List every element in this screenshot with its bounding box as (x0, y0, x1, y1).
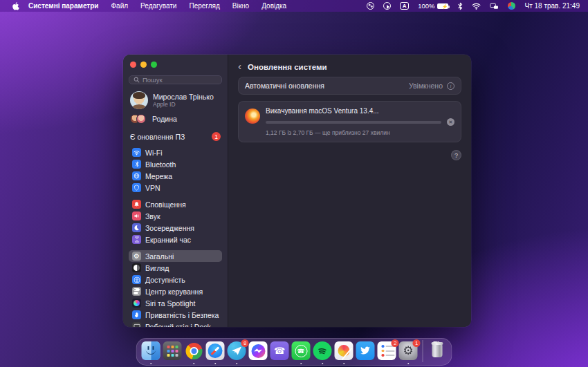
dock-item-launchpad[interactable] (163, 341, 182, 360)
desktop-dock-icon (132, 322, 141, 327)
dock-item-pixelmator[interactable] (335, 341, 353, 360)
progress-bar (266, 121, 441, 124)
sidebar-item-label: VPN (145, 184, 160, 192)
sidebar-item-focus[interactable]: Зосередження (129, 222, 222, 234)
sidebar-item-general[interactable]: ⚙ Загальні (129, 250, 222, 262)
minimize-window-button[interactable] (140, 62, 147, 68)
pixelmator-icon (335, 341, 353, 360)
dock-item-safari[interactable] (206, 341, 225, 360)
sidebar-item-accessibility[interactable]: Доступність (129, 274, 222, 285)
dock-item-twitter[interactable] (356, 341, 375, 360)
sidebar-item-label: Загальні (145, 252, 174, 261)
content-pane: ‹ Оновлення системи Автоматичні оновленн… (228, 55, 471, 327)
software-update-label: Є оновлення ПЗ (130, 133, 185, 141)
reminders-badge: 2 (392, 339, 399, 347)
menu-bar-clock[interactable]: Чт 18 трав. 21:49 (524, 2, 580, 10)
wifi-icon[interactable] (472, 3, 481, 10)
info-icon[interactable]: i (447, 82, 454, 90)
telegram-badge: 8 (241, 339, 249, 347)
system-settings-window: Мирослав Трінько Apple ID Родина Є оновл… (123, 55, 471, 327)
search-input[interactable] (143, 76, 217, 84)
sidebar-item-control-center[interactable]: Центр керування (129, 285, 222, 297)
battery-indicator[interactable]: 100% ⚡ (418, 2, 448, 10)
help-button[interactable]: ? (451, 150, 461, 160)
settings-badge: 1 (413, 339, 421, 347)
sidebar-item-desktop-dock[interactable]: Робочий стіл і Dock (129, 321, 222, 327)
sidebar-item-label: Вигляд (145, 264, 169, 272)
globe-icon (132, 171, 141, 180)
sidebar-item-label: Wi-Fi (145, 149, 163, 157)
sidebar-item-wifi[interactable]: Wi-Fi (129, 147, 222, 158)
screen-mirroring-icon[interactable] (490, 3, 499, 10)
sidebar: Мирослав Трінько Apple ID Родина Є оновл… (123, 55, 228, 327)
family-row[interactable]: Родина (130, 114, 221, 124)
hand-icon (132, 310, 141, 319)
sidebar-item-label: Siri та Spotlight (145, 299, 195, 308)
finder-icon (142, 341, 160, 360)
dock-item-spotify[interactable] (313, 341, 332, 360)
dock-item-reminders[interactable]: 2 (378, 341, 396, 360)
dock-item-chrome[interactable] (185, 341, 203, 360)
gear-icon: ⚙ (132, 252, 141, 261)
dock-item-trash[interactable] (428, 341, 447, 360)
running-indicator (343, 363, 345, 365)
dock-item-telegram[interactable]: 8 (228, 341, 246, 360)
now-playing-icon[interactable] (383, 2, 391, 10)
apple-menu-icon[interactable] (8, 2, 22, 10)
sidebar-item-label: Доступність (145, 276, 185, 284)
zoom-window-button[interactable] (151, 62, 157, 68)
sidebar-item-screen-time[interactable]: Екранний час (129, 234, 222, 245)
siri-icon (132, 299, 141, 308)
menu-view[interactable]: Перегляд (183, 2, 226, 10)
running-indicator (150, 363, 152, 365)
back-button[interactable]: ‹ (238, 63, 241, 70)
search-icon (134, 77, 140, 83)
menu-app-name[interactable]: Системні параметри (22, 2, 105, 10)
safari-icon (206, 341, 225, 360)
apple-id-label: Apple ID (153, 101, 214, 108)
input-source-icon[interactable]: A (400, 2, 409, 10)
viber-icon: ☎ (270, 341, 289, 360)
sidebar-item-notifications[interactable]: Сповіщення (129, 198, 222, 210)
dock-item-messenger[interactable] (249, 341, 268, 360)
menu-bar-left: Системні параметри Файл Редагувати Перег… (8, 2, 293, 10)
user-name: Мирослав Трінько (153, 93, 214, 101)
close-window-button[interactable] (130, 62, 136, 68)
menu-file[interactable]: Файл (105, 2, 135, 10)
dock-item-finder[interactable] (142, 341, 160, 360)
running-indicator (193, 363, 195, 365)
sidebar-item-sound[interactable]: Звук (129, 210, 222, 222)
sidebar-item-siri-spotlight[interactable]: Siri та Spotlight (129, 297, 222, 309)
status-app-color-icon[interactable] (508, 2, 515, 10)
cancel-download-button[interactable]: ✕ (447, 118, 454, 126)
wifi-icon (132, 148, 141, 157)
content-header: ‹ Оновлення системи (228, 55, 471, 77)
sidebar-item-bluetooth[interactable]: Bluetooth (129, 158, 222, 170)
dock-item-whatsapp[interactable]: ☎ (292, 341, 311, 360)
dock-separator (423, 340, 423, 362)
dock-item-system-settings[interactable]: 1 ⚙ (399, 341, 418, 360)
menu-bar-status: A 100% ⚡ Чт 18 трав. 21:49 (367, 2, 580, 10)
status-app-lens-icon[interactable] (367, 2, 374, 10)
menu-edit[interactable]: Редагувати (134, 2, 183, 10)
automatic-updates-row[interactable]: Автоматичні оновлення Увімкнено i (238, 77, 461, 95)
running-indicator (236, 363, 238, 365)
sidebar-item-network[interactable]: Мережа (129, 170, 222, 182)
update-count-badge: 1 (212, 132, 221, 141)
software-update-available-row[interactable]: Є оновлення ПЗ 1 (130, 132, 221, 141)
sidebar-item-label: Центр керування (145, 288, 203, 296)
apple-id-row[interactable]: Мирослав Трінько Apple ID (130, 91, 221, 109)
sidebar-item-privacy-security[interactable]: Приватність і Безпека (129, 309, 222, 321)
menu-window[interactable]: Вікно (226, 2, 255, 10)
shield-icon (132, 183, 141, 192)
running-indicator (407, 363, 410, 365)
dock-item-viber[interactable]: ☎ (270, 341, 289, 360)
battery-percent: 100% (418, 2, 434, 10)
bluetooth-icon[interactable] (457, 2, 463, 10)
search-field[interactable] (129, 75, 222, 84)
sidebar-item-vpn[interactable]: VPN (129, 182, 222, 194)
sidebar-item-label: Зосередження (145, 224, 194, 232)
window-controls (130, 62, 222, 68)
sidebar-item-appearance[interactable]: Вигляд (129, 262, 222, 274)
menu-help[interactable]: Довідка (255, 2, 293, 10)
